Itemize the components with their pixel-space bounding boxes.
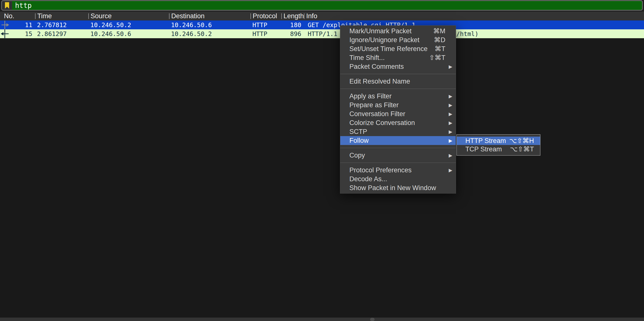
cell-time: 2.767812 — [35, 20, 88, 29]
menu-item-label: Prepare as Filter — [350, 101, 446, 109]
submenu-arrow-icon: ▶ — [446, 93, 452, 99]
menu-item-label: Apply as Filter — [350, 92, 446, 100]
cell-destination: 10.246.50.2 — [169, 29, 250, 38]
menu-item-label: Time Shift... — [350, 54, 429, 62]
menu-item-conversation-filter[interactable]: Conversation Filter ▶ — [340, 109, 456, 118]
submenu-arrow-icon: ▶ — [446, 120, 452, 126]
column-divider — [169, 13, 170, 19]
packet-row-selected[interactable]: 11 2.767812 10.246.50.2 10.246.50.6 HTTP… — [0, 20, 644, 29]
submenu-arrow-icon: ▶ — [446, 102, 452, 108]
column-header-info[interactable]: Info — [304, 11, 644, 20]
column-divider — [88, 13, 89, 19]
column-label: Source — [90, 12, 112, 20]
column-label: Info — [306, 12, 317, 20]
packet-row[interactable]: 15 2.861297 10.246.50.6 10.246.50.2 HTTP… — [0, 29, 644, 38]
column-header-destination[interactable]: Destination — [169, 11, 250, 20]
menu-item-label: Follow — [350, 137, 446, 144]
column-label: Time — [37, 12, 52, 20]
menu-item-packet-comments[interactable]: Packet Comments ▶ — [340, 62, 456, 71]
menu-item-label: Packet Comments — [350, 63, 446, 70]
column-header-time[interactable]: Time — [35, 11, 88, 20]
menu-item-label: TCP Stream — [465, 145, 510, 153]
display-filter-field[interactable]: http — [12, 1, 642, 10]
follow-submenu: HTTP Stream ⌥⇧⌘H TCP Stream ⌥⇧⌘T — [456, 134, 540, 156]
menu-item-label: Copy — [350, 152, 446, 159]
menu-item-shortcut: ⌥⇧⌘T — [510, 145, 534, 153]
column-header-protocol[interactable]: Protocol — [250, 11, 281, 20]
menu-item-label: HTTP Stream — [465, 137, 509, 145]
cell-source: 10.246.50.6 — [88, 29, 169, 38]
column-header-source[interactable]: Source — [88, 11, 169, 20]
submenu-arrow-icon: ▶ — [446, 167, 452, 173]
menu-separator — [340, 148, 456, 148]
column-header-no[interactable]: No. — [0, 11, 35, 20]
display-filter-value: http — [15, 1, 32, 9]
column-label: Protocol — [253, 12, 277, 20]
menu-item-shortcut: ⌘D — [434, 36, 446, 44]
menu-item-sctp[interactable]: SCTP ▶ — [340, 127, 456, 136]
packet-context-menu: Mark/Unmark Packet ⌘M Ignore/Unignore Pa… — [340, 25, 456, 194]
display-filter-toolbar: http — [0, 0, 644, 11]
packet-list-header: No. Time Source Destination Protocol Len… — [0, 11, 644, 20]
menu-item-shortcut: ⌥⇧⌘H — [509, 137, 534, 145]
cell-source: 10.246.50.2 — [88, 20, 169, 29]
submenu-item-http-stream[interactable]: HTTP Stream ⌥⇧⌘H — [457, 137, 540, 145]
menu-separator — [340, 88, 456, 89]
cell-destination: 10.246.50.6 — [169, 20, 250, 29]
bookmark-icon — [5, 2, 9, 9]
menu-item-label: SCTP — [350, 128, 446, 136]
cell-protocol: HTTP — [250, 29, 281, 38]
horizontal-scrollbar-thumb[interactable] — [370, 318, 374, 321]
filter-bookmark-button[interactable] — [2, 1, 12, 10]
cell-length: 180 — [281, 20, 304, 29]
menu-item-label: Decode As... — [350, 175, 452, 183]
horizontal-scrollbar[interactable] — [0, 318, 644, 321]
menu-item-edit-resolved-name[interactable]: Edit Resolved Name — [340, 77, 456, 86]
menu-item-shortcut: ⌘M — [433, 27, 446, 35]
menu-item-label: Conversation Filter — [350, 110, 446, 118]
submenu-arrow-icon: ▶ — [446, 111, 452, 117]
related-packet-arrows-icon — [0, 20, 11, 40]
menu-item-label: Edit Resolved Name — [350, 78, 452, 85]
menu-item-decode-as[interactable]: Decode As... — [340, 175, 456, 183]
menu-item-show-packet-in-new-window[interactable]: Show Packet in New Window — [340, 183, 456, 192]
menu-item-label: Protocol Preferences — [350, 166, 446, 174]
menu-item-mark-unmark-packet[interactable]: Mark/Unmark Packet ⌘M — [340, 27, 456, 35]
column-label: Length — [284, 12, 304, 20]
column-label: No. — [4, 12, 14, 20]
menu-item-apply-as-filter[interactable]: Apply as Filter ▶ — [340, 92, 456, 101]
display-filter-input[interactable]: http — [1, 0, 643, 10]
column-label: Destination — [171, 12, 204, 20]
menu-item-prepare-as-filter[interactable]: Prepare as Filter ▶ — [340, 101, 456, 109]
menu-item-time-shift[interactable]: Time Shift... ⇧⌘T — [340, 53, 456, 62]
cell-length: 896 — [281, 29, 304, 38]
submenu-arrow-icon: ▶ — [446, 153, 452, 158]
menu-item-shortcut: ⇧⌘T — [429, 54, 445, 62]
cell-time: 2.861297 — [35, 29, 88, 38]
menu-item-colorize-conversation[interactable]: Colorize Conversation ▶ — [340, 118, 456, 127]
wireshark-window: http No. Time Source Destination Protoco… — [0, 0, 644, 321]
menu-item-set-unset-time-reference[interactable]: Set/Unset Time Reference ⌘T — [340, 44, 456, 53]
submenu-arrow-icon: ▶ — [446, 129, 452, 135]
menu-item-label: Ignore/Unignore Packet — [350, 36, 434, 44]
cell-protocol: HTTP — [250, 20, 281, 29]
menu-separator — [340, 74, 456, 74]
column-divider — [250, 13, 251, 19]
menu-item-protocol-preferences[interactable]: Protocol Preferences ▶ — [340, 166, 456, 175]
column-divider — [281, 13, 282, 19]
menu-item-follow[interactable]: Follow ▶ — [340, 136, 456, 145]
menu-item-label: Show Packet in New Window — [350, 184, 452, 192]
menu-item-label: Set/Unset Time Reference — [350, 45, 435, 53]
submenu-arrow-icon: ▶ — [446, 64, 452, 69]
menu-item-label: Mark/Unmark Packet — [350, 27, 433, 35]
submenu-arrow-icon: ▶ — [446, 138, 452, 143]
menu-item-ignore-unignore-packet[interactable]: Ignore/Unignore Packet ⌘D — [340, 35, 456, 44]
menu-item-label: Colorize Conversation — [350, 119, 446, 127]
submenu-item-tcp-stream[interactable]: TCP Stream ⌥⇧⌘T — [457, 145, 540, 153]
menu-item-shortcut: ⌘T — [435, 45, 446, 53]
column-header-length[interactable]: Length — [281, 11, 304, 20]
column-divider — [35, 13, 36, 19]
column-divider — [304, 13, 304, 19]
menu-item-copy[interactable]: Copy ▶ — [340, 151, 456, 160]
menu-separator — [340, 162, 456, 163]
